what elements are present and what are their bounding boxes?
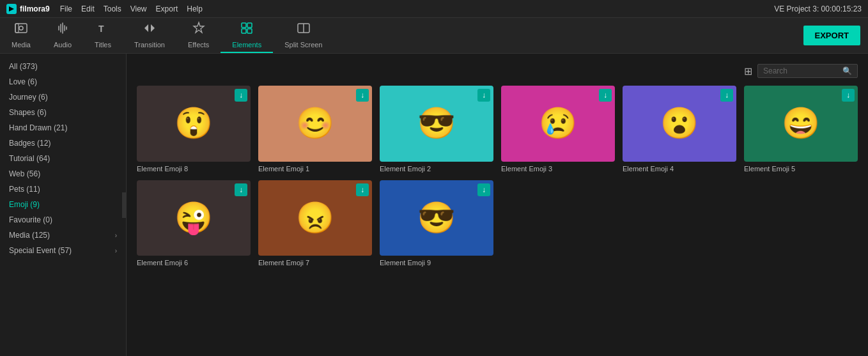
chevron-icon: › [115,247,117,254]
element-thumb-emoji5: 😄↓ [744,86,858,162]
download-badge-emoji2[interactable]: ↓ [477,89,490,102]
toolbar-item-label-audio: Audio [54,41,72,49]
element-emoji-emoji6: 😜 [174,203,213,233]
element-item-emoji8[interactable]: 😲↓Element Emoji 8 [137,86,251,173]
download-badge-emoji1[interactable]: ↓ [356,89,369,102]
sidebar-item-love[interactable]: Love (6) [0,74,126,89]
element-item-emoji7[interactable]: 😠↓Element Emoji 7 [258,180,372,267]
download-badge-emoji4[interactable]: ↓ [720,89,733,102]
logo-icon [6,4,17,14]
menu-item-help[interactable]: Help [187,4,203,13]
toolbar-item-label-effects: Effects [188,41,209,49]
toolbar-item-label-transition: Transition [134,41,165,49]
transition-icon [143,21,157,38]
toolbar-item-splitscreen[interactable]: Split Screen [273,18,334,53]
sidebar-item-web[interactable]: Web (56) [0,166,126,182]
grid-view-icon[interactable]: ⊞ [744,65,752,77]
svg-rect-1 [15,24,27,33]
sidebar-item-journey[interactable]: Journey (6) [0,89,126,105]
chevron-icon: › [115,232,117,239]
element-item-emoji1[interactable]: 😊↓Element Emoji 1 [258,86,372,173]
sidebar-item-label-badges: Badges (12) [9,139,50,148]
sidebar-item-tutorial[interactable]: Tutorial (64) [0,151,126,166]
element-emoji-emoji3: 😢 [539,108,577,139]
sidebar-item-label-shapes: Shapes (6) [9,108,47,117]
toolbar-item-titles[interactable]: TTitles [83,18,123,53]
sidebar-item-all[interactable]: All (373) [0,59,126,74]
element-thumb-emoji4: 😮↓ [623,86,736,162]
download-badge-emoji9[interactable]: ↓ [477,183,490,196]
sidebar: All (373)Love (6)Journey (6)Shapes (6)Ha… [0,54,127,356]
download-badge-emoji7[interactable]: ↓ [356,183,369,196]
menu-item-view[interactable]: View [130,4,147,13]
sidebar-item-label-tutorial: Tutorial (64) [9,154,50,163]
effects-icon [192,21,206,38]
element-item-emoji5[interactable]: 😄↓Element Emoji 5 [744,86,858,173]
element-label-emoji2: Element Emoji 2 [380,165,493,173]
title-bar: filmora9 FileEditToolsViewExportHelp VE … [0,0,868,18]
download-badge-emoji8[interactable]: ↓ [235,89,247,102]
sidebar-item-handdrawn[interactable]: Hand Drawn (21) [0,120,126,135]
main-area: All (373)Love (6)Journey (6)Shapes (6)Ha… [0,54,868,356]
toolbar-item-elements[interactable]: Elements [221,18,273,53]
sidebar-item-label-media: Media (125) [9,231,50,240]
elements-icon [240,21,254,38]
download-badge-emoji3[interactable]: ↓ [599,89,612,102]
element-emoji-emoji8: 😲 [174,108,213,139]
titlebar-left: filmora9 FileEditToolsViewExportHelp [6,4,203,14]
toolbar-item-media[interactable]: Media [0,18,42,53]
element-label-emoji7: Element Emoji 7 [258,259,372,267]
sidebar-item-label-special: Special Event (57) [9,246,72,255]
element-emoji-emoji4: 😮 [660,108,699,139]
app-name: filmora9 [20,4,50,13]
sidebar-item-label-emoji: Emoji (9) [9,200,40,209]
sidebar-item-label-journey: Journey (6) [9,93,48,102]
sidebar-item-pets[interactable]: Pets (11) [0,182,126,197]
menu-item-tools[interactable]: Tools [104,4,121,13]
sidebar-item-media[interactable]: Media (125)› [0,228,126,243]
toolbar-item-audio[interactable]: Audio [42,18,83,53]
sidebar-toggle[interactable]: ‹ [122,192,127,218]
sidebar-item-label-handdrawn: Hand Drawn (21) [9,123,67,132]
project-info: VE Project 3: 00:00:15:23 [774,4,862,13]
app-logo: filmora9 [6,4,50,14]
sidebar-item-label-favourite: Favourite (0) [9,215,52,224]
element-emoji-emoji2: 😎 [417,108,456,139]
menu-item-edit[interactable]: Edit [81,4,95,13]
splitscreen-icon [297,21,311,38]
sidebar-item-badges[interactable]: Badges (12) [0,135,126,151]
svg-rect-6 [247,23,252,27]
element-emoji-emoji5: 😄 [782,108,820,139]
download-badge-emoji6[interactable]: ↓ [235,183,247,196]
element-emoji-emoji9: 😎 [417,203,456,233]
elements-grid: 😲↓Element Emoji 8😊↓Element Emoji 1😎↓Elem… [137,86,858,267]
svg-rect-7 [242,29,246,33]
export-button[interactable]: EXPORT [803,26,860,45]
element-item-emoji3[interactable]: 😢↓Element Emoji 3 [501,86,615,173]
titles-icon: T [96,21,110,38]
toolbar-item-transition[interactable]: Transition [123,18,176,53]
toolbar-item-effects[interactable]: Effects [176,18,221,53]
menu-item-file[interactable]: File [60,4,72,13]
download-badge-emoji5[interactable]: ↓ [842,89,855,102]
element-item-emoji9[interactable]: 😎↓Element Emoji 9 [380,180,493,267]
search-input[interactable] [763,66,840,75]
element-thumb-emoji1: 😊↓ [258,86,372,162]
element-item-emoji2[interactable]: 😎↓Element Emoji 2 [380,86,493,173]
content-topbar: ⊞ 🔍 [137,64,858,78]
sidebar-item-favourite[interactable]: Favourite (0) [0,212,126,228]
svg-text:T: T [98,24,104,34]
sidebar-item-emoji[interactable]: Emoji (9) [0,197,126,212]
element-item-emoji6[interactable]: 😜↓Element Emoji 6 [137,180,251,267]
sidebar-item-label-pets: Pets (11) [9,185,40,194]
toolbar-right: EXPORT [803,26,868,45]
element-item-emoji4[interactable]: 😮↓Element Emoji 4 [623,86,736,173]
toolbar-item-label-media: Media [12,41,31,49]
element-thumb-emoji2: 😎↓ [380,86,493,162]
sidebar-item-shapes[interactable]: Shapes (6) [0,105,126,120]
menu-item-export[interactable]: Export [156,4,178,13]
toolbar-item-label-splitscreen: Split Screen [284,41,322,49]
sidebar-items: All (373)Love (6)Journey (6)Shapes (6)Ha… [0,59,126,258]
sidebar-item-special[interactable]: Special Event (57)› [0,243,126,258]
svg-point-2 [19,26,23,30]
